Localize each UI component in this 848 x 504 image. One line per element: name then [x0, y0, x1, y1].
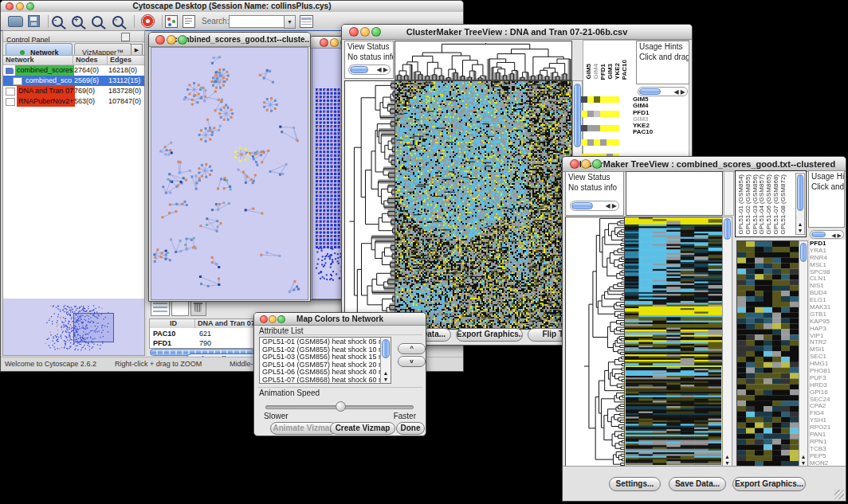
col-header-nodes[interactable]: Nodes: [73, 56, 108, 64]
tv1-column-label[interactable]: GIM5: [585, 64, 592, 80]
tv2-column-tree-panel[interactable]: [626, 171, 723, 216]
attribute-listbox[interactable]: GPL51-01 (GSM854) heat shock 05 minGPL51…: [259, 337, 391, 384]
attribute-down-button[interactable]: v: [398, 356, 426, 367]
zoom-fit-icon[interactable]: [92, 16, 103, 27]
animation-speed-slider[interactable]: [265, 400, 414, 412]
gene-label[interactable]: SEC24: [810, 396, 846, 403]
tv2-zoomed-heatmap[interactable]: [736, 240, 799, 467]
gene-label[interactable]: YRA1: [810, 247, 846, 254]
minimize-icon[interactable]: [167, 35, 176, 45]
gene-label[interactable]: ELG1: [810, 296, 846, 303]
gene-label[interactable]: PEP5: [810, 452, 846, 459]
gene-label[interactable]: YSH1: [810, 416, 846, 424]
search-input[interactable]: [229, 15, 286, 28]
annotation-icon[interactable]: [183, 15, 195, 28]
gene-label[interactable]: HMG1: [810, 360, 846, 367]
tv2-zoom-vscrollbar[interactable]: ▲▼: [799, 240, 808, 467]
close-icon[interactable]: [155, 35, 165, 45]
tv1-column-label[interactable]: PAC10: [621, 60, 628, 80]
tv1-export-graphics-button[interactable]: Export Graphics...: [456, 328, 523, 342]
close-icon[interactable]: [320, 38, 328, 47]
tv1-row-dendrogram[interactable]: [344, 80, 395, 330]
zoom-window-icon[interactable]: [26, 2, 34, 10]
help-lifesaver-icon[interactable]: [141, 14, 155, 28]
gene-label[interactable]: PHO81: [810, 367, 846, 374]
zoom-window-icon[interactable]: [277, 315, 285, 323]
network-list-row[interactable]: combined_sco2569(6)13112(15): [3, 76, 144, 86]
tab-network[interactable]: Network: [6, 43, 73, 55]
gene-label[interactable]: RNR4: [810, 254, 846, 261]
zoom-out-icon[interactable]: -: [52, 16, 63, 27]
gene-label[interactable]: HRD3: [810, 381, 846, 389]
zoom-in-icon[interactable]: +: [72, 16, 83, 27]
gene-label[interactable]: MSI1: [810, 346, 846, 353]
tv1-gene-label[interactable]: PAC10: [633, 129, 681, 135]
table-view-icon[interactable]: [151, 300, 170, 316]
minimize-icon[interactable]: [581, 159, 591, 169]
network1-view[interactable]: [151, 47, 308, 300]
tv2-heatmap[interactable]: [624, 217, 723, 467]
tv1-column-label[interactable]: YKE2: [614, 63, 621, 80]
gene-label[interactable]: SPC98: [810, 268, 846, 275]
gene-label[interactable]: HAP3: [810, 325, 846, 332]
close-icon[interactable]: [570, 159, 579, 169]
open-session-icon[interactable]: [8, 16, 23, 27]
tv2-array-labels-vscrollbar[interactable]: ▲▼: [795, 173, 805, 235]
array-column-label[interactable]: GPL51-02 (GSM855): [744, 174, 752, 235]
col-header-edges[interactable]: Edges: [108, 56, 144, 64]
array-column-label[interactable]: GPL51-07 (GSM868): [772, 174, 779, 235]
save-session-icon[interactable]: [28, 15, 40, 27]
tv2-settings-button[interactable]: Settings...: [609, 477, 661, 491]
gene-label[interactable]: PAN1: [810, 431, 846, 438]
tab-overflow-button[interactable]: ▶: [131, 44, 143, 56]
network-list-row[interactable]: DNA and Tran 07769(0)183728(0): [3, 86, 144, 96]
minimize-icon[interactable]: [269, 315, 277, 323]
network-list-row[interactable]: RNAPuberNov2+563(0)107847(0): [3, 96, 144, 107]
tv2-view-status-scrollbar[interactable]: ◀ ▶: [570, 201, 619, 211]
gene-label[interactable]: MSL1: [810, 261, 846, 268]
minimize-icon[interactable]: [16, 2, 24, 10]
network-manager-icon[interactable]: [165, 15, 178, 28]
gene-label[interactable]: SEC1: [810, 353, 846, 360]
gene-label[interactable]: KAP95: [810, 318, 846, 325]
tv2-heatmap-vscrollbar[interactable]: ▲▼: [722, 217, 732, 467]
gene-label[interactable]: GPI16: [810, 389, 846, 396]
minimize-icon[interactable]: [330, 38, 339, 47]
gene-label[interactable]: GTB1: [810, 311, 846, 318]
tv1-heatmap[interactable]: [395, 80, 572, 330]
tv1-column-dendrogram[interactable]: [395, 41, 572, 80]
tv2-save-data-button[interactable]: Save Data...: [669, 477, 726, 491]
gene-label[interactable]: RPN1: [810, 438, 846, 445]
zoom-window-icon[interactable]: [592, 159, 602, 169]
create-vizmap-button[interactable]: Create Vizmap: [330, 422, 395, 435]
tv2-row-dendrogram[interactable]: [565, 217, 625, 467]
tv1-column-label[interactable]: GIM4: [592, 64, 599, 80]
tab-vizmapper[interactable]: VizMapper™: [74, 43, 132, 55]
array-column-label[interactable]: GPL51-08 (GSM872): [779, 174, 787, 235]
tv1-view-status-scrollbar[interactable]: ◀ ▶: [348, 64, 391, 75]
attribute-up-button[interactable]: ^: [398, 343, 426, 354]
gene-label[interactable]: NIS1: [810, 282, 846, 289]
tv1-correlation-matrix[interactable]: [581, 96, 619, 135]
treeview1-titlebar[interactable]: ClusterMaker TreeView : DNA and Tran 07-…: [342, 25, 692, 40]
zoom-window-icon[interactable]: [178, 35, 187, 45]
done-button[interactable]: Done: [396, 422, 425, 435]
gene-label[interactable]: PFD1: [810, 240, 846, 247]
array-column-label[interactable]: GPL51-06 (GSM865): [765, 174, 772, 235]
minimize-icon[interactable]: [360, 27, 370, 37]
attribute-list-item[interactable]: GPL51-07 (GSM868) heat shock 60 min: [261, 377, 380, 384]
search-dropdown-icon[interactable]: ▼: [284, 15, 296, 29]
attribute-browser-icon[interactable]: [300, 15, 313, 28]
col-header-id[interactable]: ID: [150, 319, 195, 328]
zoom-selected-icon[interactable]: ▫: [112, 16, 124, 27]
map-dialog-titlebar[interactable]: Map Colors to Network: [254, 313, 426, 326]
slider-thumb[interactable]: [336, 401, 346, 412]
tv2-usage-hints-scrollbar[interactable]: ◀ ▶: [810, 230, 844, 239]
close-icon[interactable]: [349, 27, 359, 37]
close-icon[interactable]: [260, 315, 268, 323]
gene-label[interactable]: VIP1: [810, 332, 846, 339]
resize-grip-icon[interactable]: [834, 490, 844, 499]
delete-attribute-trash-icon[interactable]: [190, 300, 206, 316]
gene-label[interactable]: CLN1: [810, 275, 846, 282]
array-column-label[interactable]: GPL51-01 (GSM854): [737, 174, 744, 235]
